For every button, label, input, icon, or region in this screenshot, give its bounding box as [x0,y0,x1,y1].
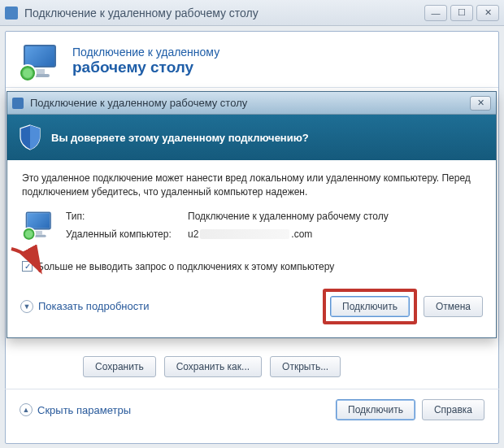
main-title-text: Подключение к удаленному рабочему столу [24,7,424,20]
main-titlebar[interactable]: Подключение к удаленному рабочему столу … [0,0,504,26]
rdp-small-icon [12,98,24,109]
dialog-title-text: Подключение к удаленному рабочему столу [30,97,470,109]
dont-ask-checkbox[interactable] [22,261,33,272]
dialog-warning-text: Это удаленное подключение может нанести … [22,172,481,199]
dialog-titlebar[interactable]: Подключение к удаленному рабочему столу … [7,92,496,115]
dialog-connect-button[interactable]: Подключить [330,296,410,317]
type-value: Подключение к удаленному рабочему столу [188,211,389,222]
dialog-footer: ▼ Показать подробности Подключить Отмена [7,281,496,337]
maximize-button[interactable]: ☐ [450,5,473,21]
close-button[interactable]: ✕ [476,5,499,21]
dialog-cancel-button[interactable]: Отмена [424,296,483,317]
dialog-close-button[interactable]: ✕ [470,96,491,111]
main-bottom-panel: Сохранить Сохранить как... Открыть... ▲ … [5,350,499,430]
rdp-app-icon [5,7,18,20]
main-header: Подключение к удаленному рабочему столу [6,32,498,88]
hide-options-label: Скрыть параметры [37,404,131,416]
help-button[interactable]: Справка [422,399,484,420]
masked-hostname [200,229,289,239]
show-details-toggle[interactable]: ▼ Показать подробности [20,300,149,313]
info-rdp-icon [22,211,56,246]
show-details-label: Показать подробности [38,300,149,312]
hide-options-toggle[interactable]: ▲ Скрыть параметры [20,403,131,416]
remote-label: Удаленный компьютер: [66,228,188,240]
chevron-up-icon: ▲ [20,403,33,416]
trust-dialog: Подключение к удаленному рабочему столу … [7,91,497,338]
header-line2: рабочему столу [72,59,219,76]
minimize-button[interactable]: — [424,5,447,21]
dialog-header-bar: Вы доверяете этому удаленному подключени… [7,115,496,160]
dont-ask-label: Больше не выводить запрос о подключениях… [37,261,334,272]
connection-info-grid: Тип: Подключение к удаленному рабочему с… [66,211,389,240]
save-button[interactable]: Сохранить [83,356,156,377]
shield-icon [19,124,41,150]
main-connect-button[interactable]: Подключить [336,399,415,420]
dialog-question: Вы доверяете этому удаленному подключени… [51,132,309,144]
connect-highlight-frame: Подключить [323,289,417,324]
type-label: Тип: [66,211,188,222]
save-as-button[interactable]: Сохранить как... [164,356,262,377]
rdp-icon [19,43,61,79]
remote-value: u2.com [188,228,389,240]
chevron-down-icon: ▼ [20,300,33,313]
header-line1: Подключение к удаленному [72,46,219,59]
open-button[interactable]: Открыть... [270,356,341,377]
